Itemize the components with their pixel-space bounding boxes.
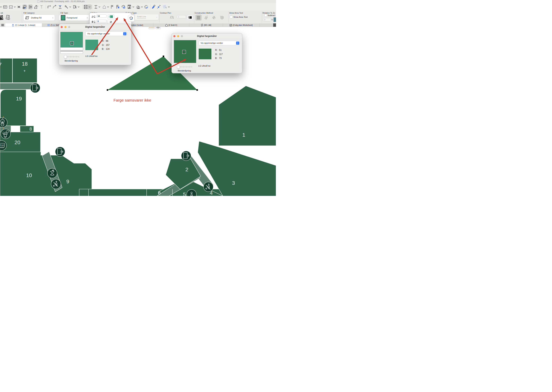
anchor-gray-icon[interactable] bbox=[39, 5, 44, 9]
flag-icon[interactable] bbox=[110, 5, 114, 9]
chevron-icon[interactable] bbox=[140, 5, 144, 9]
chevron-icon[interactable] bbox=[0, 5, 3, 9]
fill-pen-swatch bbox=[110, 15, 113, 18]
annotation-text: Farge samsvarer ikke bbox=[104, 98, 160, 103]
ruler-12-icon[interactable]: 12 bbox=[3, 5, 7, 9]
chevron-icon[interactable] bbox=[131, 5, 136, 9]
chevron-icon[interactable] bbox=[76, 5, 81, 9]
apple-core-marker[interactable] bbox=[47, 168, 57, 178]
magnifier-preview bbox=[60, 32, 83, 54]
subtract-checkbox[interactable] bbox=[264, 14, 267, 17]
dropdown-stepper-icon: ∧∨ bbox=[236, 42, 239, 45]
room-7[interactable] bbox=[0, 58, 12, 83]
color-meter-window-2[interactable]: Digital fargemåler Vis opprinnelige verd… bbox=[172, 33, 242, 73]
minimize-button[interactable] bbox=[177, 35, 179, 37]
chevron-icon[interactable] bbox=[106, 5, 110, 9]
window-title-bar: Alti Surnadal - Foreløpig skilt - 21.02.… bbox=[0, 0, 276, 3]
aperture-slider[interactable] bbox=[65, 55, 79, 58]
values-dropdown[interactable]: Vis opprinnelige verdier ∧∨ bbox=[199, 41, 240, 45]
room-label-9: 9 bbox=[66, 179, 69, 184]
tab-overview-button[interactable] bbox=[0, 23, 5, 27]
background-pen-field[interactable] bbox=[96, 20, 107, 23]
toolbar-divider bbox=[92, 5, 92, 9]
tab--3d-all-[interactable]: [3D / All] bbox=[189, 23, 223, 27]
flag-list-icon[interactable] bbox=[116, 5, 120, 9]
show-area-text-checkbox[interactable] bbox=[230, 16, 232, 18]
fill-category-button[interactable]: Drafting Fill › bbox=[23, 14, 55, 21]
subtract-percent-field[interactable] bbox=[263, 18, 271, 21]
selection-handle[interactable] bbox=[163, 56, 164, 57]
contour-pen-field[interactable] bbox=[177, 15, 186, 19]
fill-type-label: Fill Type: bbox=[60, 12, 68, 14]
syringe-icon[interactable] bbox=[157, 5, 161, 9]
door-exit-marker[interactable] bbox=[181, 151, 191, 161]
outline-apply-button[interactable] bbox=[128, 15, 134, 22]
room-1[interactable] bbox=[219, 86, 276, 146]
zoom-button[interactable] bbox=[181, 35, 183, 37]
stairs-marker[interactable] bbox=[203, 182, 213, 192]
tab--1-etasje-1-1-etasje-[interactable]: (!) 1.etasje [1. 1.etasje] bbox=[5, 23, 42, 27]
construction-method-crosshatch[interactable] bbox=[211, 14, 217, 21]
background-pen-icon bbox=[91, 20, 96, 24]
chevron-icon[interactable] bbox=[13, 5, 17, 9]
chevron-icon[interactable] bbox=[87, 5, 92, 9]
fill-pen-swatch-button[interactable] bbox=[107, 14, 114, 19]
stairs-marker[interactable] bbox=[51, 179, 61, 189]
room-label-20: 20 bbox=[15, 140, 20, 145]
room-label-6: 6 bbox=[158, 190, 161, 196]
room-label-1: 1 bbox=[242, 132, 245, 138]
fill-swatch-hatch-icon[interactable] bbox=[5, 14, 10, 21]
pipette-icon[interactable] bbox=[151, 5, 156, 9]
close-button[interactable] bbox=[173, 35, 175, 37]
chevron-icon[interactable] bbox=[97, 5, 102, 9]
close-button[interactable] bbox=[61, 26, 63, 28]
fill-swatch-black-icon[interactable] bbox=[0, 15, 4, 20]
room-label-7: 7 bbox=[0, 62, 2, 68]
tab-overflow-stub[interactable] bbox=[273, 23, 276, 27]
fill-pen-field[interactable] bbox=[96, 14, 107, 18]
node-x-icon[interactable] bbox=[17, 5, 21, 9]
construction-method-label: Construction Method: bbox=[195, 12, 213, 14]
tab--2-snitt-c-[interactable]: [2 Snitt C] bbox=[153, 23, 189, 27]
room-label-3: 3 bbox=[232, 180, 235, 186]
info-bar: od: Fill Category: Drafting Fill › Fill … bbox=[0, 11, 276, 24]
corner-arrow-icon[interactable] bbox=[47, 5, 51, 9]
contour-pen-swatch-button[interactable] bbox=[187, 15, 193, 20]
display-name: LG UltraFine bbox=[85, 55, 98, 57]
project-arrow-icon[interactable] bbox=[58, 5, 62, 9]
outline-type-button[interactable]: Solid Line › bbox=[135, 14, 159, 20]
room-label-+: + bbox=[23, 69, 26, 73]
toolbar-divider bbox=[82, 5, 83, 9]
slider-knob[interactable] bbox=[64, 55, 67, 59]
minimize-button[interactable] bbox=[65, 26, 66, 28]
house-check-icon[interactable] bbox=[144, 5, 148, 9]
selection-handle[interactable] bbox=[196, 89, 198, 91]
balloon-person-marker[interactable] bbox=[1, 129, 10, 139]
label-a1-icon[interactable]: A1 bbox=[34, 5, 38, 9]
door-exit-marker[interactable] bbox=[30, 83, 40, 93]
slider-knob[interactable] bbox=[177, 65, 180, 69]
chevron-icon[interactable] bbox=[68, 5, 73, 9]
svg-text:ALTnett: ALTnett bbox=[0, 144, 4, 146]
construction-method-gradient[interactable] bbox=[219, 14, 225, 21]
chevron-icon[interactable] bbox=[167, 5, 171, 9]
zoom-button[interactable] bbox=[68, 26, 70, 28]
outline-type-chevron: › bbox=[156, 16, 157, 19]
construction-method-plain[interactable] bbox=[195, 14, 202, 21]
curve-icon[interactable] bbox=[52, 5, 57, 9]
cloud-list-icon[interactable] bbox=[121, 5, 126, 9]
door-exit-marker[interactable] bbox=[55, 147, 65, 157]
values-dropdown[interactable]: Vis opprinnelige verdier ∧∨ bbox=[85, 31, 127, 36]
fill-hatch-icon[interactable] bbox=[22, 5, 27, 9]
fill-category-value: Drafting Fill bbox=[31, 17, 42, 19]
magnifier-preview bbox=[174, 40, 196, 63]
room-label-5: 5 bbox=[183, 191, 186, 196]
fill-type-button[interactable]: Foreground › bbox=[59, 14, 89, 21]
wall-join-icon[interactable] bbox=[28, 5, 33, 9]
color-meter-window-1[interactable]: Digital fargemåler Vis opprinnelige verd… bbox=[59, 24, 131, 65]
construction-method-slanted[interactable] bbox=[203, 14, 210, 21]
tab--2-etg-plan-worksheet-[interactable]: [2.etg plan Worksheet] bbox=[223, 23, 260, 27]
background-pen-empty-button[interactable]: Ø bbox=[107, 20, 114, 24]
selection-handle[interactable] bbox=[107, 89, 108, 91]
aperture-slider[interactable] bbox=[177, 65, 192, 68]
